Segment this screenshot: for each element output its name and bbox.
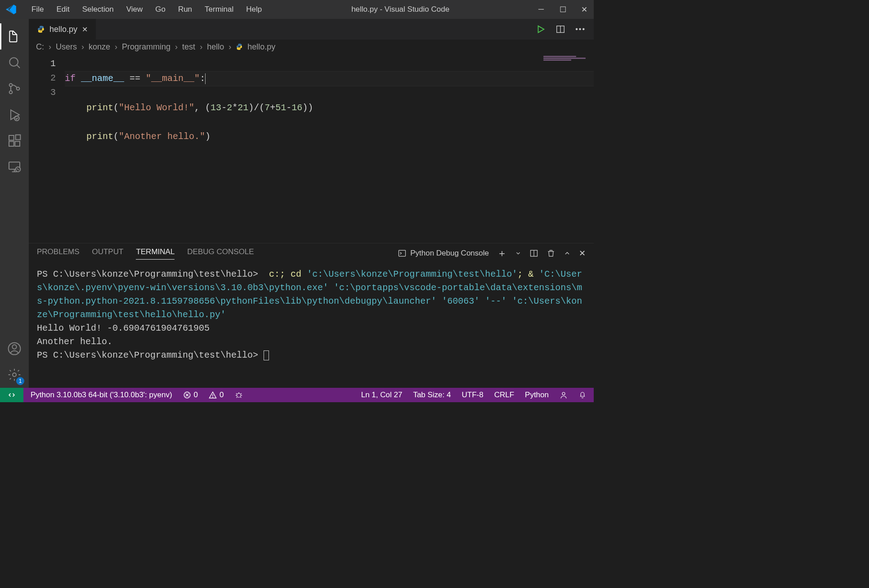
- editor-tabs: hello.py ✕ •••: [29, 19, 594, 40]
- menu-run[interactable]: Run: [172, 5, 198, 14]
- menu-view[interactable]: View: [120, 5, 149, 14]
- tab-hello-py[interactable]: hello.py ✕: [29, 19, 96, 40]
- run-button[interactable]: [536, 24, 546, 34]
- more-actions-icon[interactable]: •••: [575, 25, 586, 33]
- status-warnings[interactable]: 0: [207, 391, 225, 399]
- editor[interactable]: 1 2 3 if __name__ == "__main__": print("…: [29, 54, 594, 243]
- minimize-icon[interactable]: ─: [537, 5, 545, 14]
- breadcrumb-seg[interactable]: test: [182, 42, 195, 52]
- terminal-dropdown-icon[interactable]: [515, 250, 521, 256]
- breadcrumb-seg[interactable]: hello: [207, 42, 224, 52]
- remote-indicator[interactable]: [0, 388, 23, 402]
- minimap[interactable]: [540, 54, 594, 67]
- svg-point-12: [16, 167, 21, 172]
- terminal-select[interactable]: Python Debug Console: [398, 249, 489, 258]
- bottom-panel: PROBLEMS OUTPUT TERMINAL DEBUG CONSOLE P…: [29, 243, 594, 388]
- python-file-icon: [236, 43, 243, 50]
- vscode-logo-icon: [5, 4, 17, 15]
- svg-rect-7: [9, 135, 14, 140]
- terminal-content[interactable]: PS C:\Users\konze\Programming\test\hello…: [29, 263, 594, 388]
- close-icon[interactable]: ✕: [580, 5, 588, 14]
- menu-help[interactable]: Help: [240, 5, 268, 14]
- split-editor-icon[interactable]: [555, 24, 565, 34]
- status-encoding[interactable]: UTF-8: [460, 391, 485, 399]
- svg-point-3: [9, 91, 13, 94]
- menu-file[interactable]: File: [25, 5, 50, 14]
- panel-tab-debug-console[interactable]: DEBUG CONSOLE: [187, 247, 254, 259]
- status-interpreter[interactable]: Python 3.10.0b3 64-bit ('3.10.0b3': pyen…: [29, 391, 174, 399]
- svg-rect-10: [16, 135, 21, 140]
- menu-terminal[interactable]: Terminal: [198, 5, 240, 14]
- status-language[interactable]: Python: [523, 391, 551, 399]
- python-file-icon: [37, 25, 45, 33]
- status-feedback-icon[interactable]: [558, 391, 569, 399]
- statusbar: Python 3.10.0b3 64-bit ('3.10.0b3': pyen…: [0, 388, 594, 402]
- kill-terminal-icon[interactable]: [546, 249, 555, 258]
- svg-point-14: [12, 345, 16, 349]
- panel-tab-output[interactable]: OUTPUT: [92, 247, 123, 259]
- status-eol[interactable]: CRLF: [493, 391, 516, 399]
- svg-point-27: [237, 393, 241, 397]
- tab-close-icon[interactable]: ✕: [82, 25, 88, 34]
- svg-rect-8: [9, 141, 14, 146]
- line-gutter: 1 2 3: [29, 54, 65, 243]
- close-panel-icon[interactable]: ✕: [579, 248, 586, 258]
- activity-account[interactable]: [0, 336, 29, 362]
- svg-point-2: [9, 84, 13, 87]
- status-debug[interactable]: [233, 391, 245, 399]
- activity-remote-explorer[interactable]: [0, 154, 29, 180]
- svg-rect-9: [15, 141, 20, 146]
- maximize-panel-icon[interactable]: [564, 250, 571, 257]
- window-title: hello.py - Visual Studio Code: [268, 5, 533, 14]
- menu-selection[interactable]: Selection: [76, 5, 120, 14]
- breadcrumb-seg[interactable]: C:: [36, 42, 44, 52]
- titlebar: File Edit Selection View Go Run Terminal…: [0, 0, 594, 19]
- panel-tab-terminal[interactable]: TERMINAL: [136, 247, 175, 260]
- settings-badge: 1: [16, 377, 24, 385]
- menu-edit[interactable]: Edit: [50, 5, 76, 14]
- activity-extensions[interactable]: [0, 128, 29, 154]
- svg-point-4: [17, 87, 20, 90]
- new-terminal-icon[interactable]: ＋: [497, 247, 507, 260]
- activity-scm[interactable]: [0, 76, 29, 102]
- svg-point-0: [9, 58, 18, 66]
- code-area[interactable]: if __name__ == "__main__": print("Hello …: [65, 54, 594, 243]
- status-cursor[interactable]: Ln 1, Col 27: [359, 391, 404, 399]
- breadcrumb-seg[interactable]: Programming: [122, 42, 170, 52]
- panel-tab-problems[interactable]: PROBLEMS: [37, 247, 79, 259]
- maximize-icon[interactable]: ☐: [559, 5, 567, 14]
- svg-rect-19: [399, 250, 406, 256]
- svg-point-28: [562, 392, 565, 395]
- menu-go[interactable]: Go: [149, 5, 172, 14]
- activity-bar: 1: [0, 19, 29, 388]
- activity-debug[interactable]: [0, 102, 29, 128]
- breadcrumb-seg[interactable]: Users: [56, 42, 77, 52]
- svg-marker-16: [538, 26, 544, 33]
- status-indent[interactable]: Tab Size: 4: [411, 391, 452, 399]
- status-bell-icon[interactable]: [577, 391, 588, 399]
- activity-explorer[interactable]: [0, 23, 29, 49]
- breadcrumb-seg[interactable]: hello.py: [247, 42, 275, 52]
- activity-settings[interactable]: 1: [0, 362, 29, 388]
- status-errors[interactable]: 0: [181, 391, 200, 399]
- breadcrumb[interactable]: C:› Users› konze› Programming› test› hel…: [29, 40, 594, 54]
- breadcrumb-seg[interactable]: konze: [89, 42, 110, 52]
- svg-line-1: [17, 65, 20, 68]
- split-terminal-icon[interactable]: [529, 249, 538, 258]
- svg-point-15: [13, 373, 16, 377]
- tab-label: hello.py: [49, 25, 77, 34]
- svg-point-26: [213, 397, 213, 397]
- activity-search[interactable]: [0, 49, 29, 76]
